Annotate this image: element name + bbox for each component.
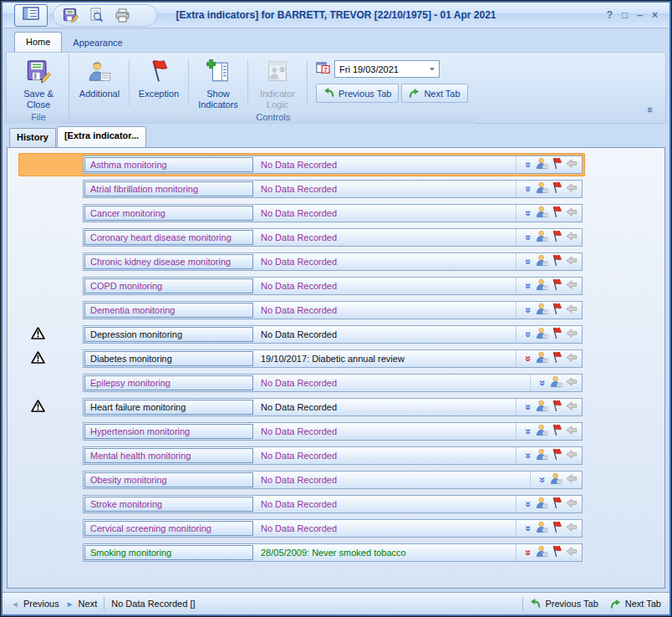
flag-icon[interactable] — [551, 545, 563, 561]
indicator-label[interactable]: Cancer monitoring — [84, 206, 253, 221]
indicator-row[interactable]: Cancer monitoring No Data Recorded » — [18, 201, 585, 225]
person-details-icon[interactable] — [536, 206, 548, 222]
indicator-row-box[interactable]: Cancer monitoring No Data Recorded » — [83, 204, 583, 222]
next-button[interactable]: ► Next — [66, 599, 98, 609]
indicator-label[interactable]: Stroke monitoring — [84, 497, 253, 512]
tab-extra-indicator[interactable]: [Extra indicator... — [57, 126, 146, 147]
person-details-icon[interactable] — [536, 521, 548, 537]
person-details-icon[interactable] — [536, 157, 548, 173]
indicator-row-box[interactable]: Diabetes monitoring 19/10/2017: Diabetic… — [83, 349, 583, 368]
person-details-icon[interactable] — [536, 230, 548, 246]
indicator-label[interactable]: Depression monitoring — [84, 327, 253, 342]
indicator-row[interactable]: Atrial fibrillation monitoring No Data R… — [18, 177, 585, 201]
flag-icon[interactable] — [551, 521, 563, 537]
additional-button[interactable]: Additional — [72, 55, 127, 110]
indicator-row-box[interactable]: Hypertension monitoring No Data Recorded… — [83, 422, 583, 441]
flag-icon[interactable] — [551, 497, 563, 512]
person-details-icon[interactable] — [536, 327, 548, 343]
person-details-icon[interactable] — [536, 400, 548, 416]
expand-chevron-icon[interactable]: » — [523, 305, 533, 316]
indicator-row[interactable]: Mental health monitoring No Data Recorde… — [18, 444, 585, 467]
indicator-label[interactable]: Hypertension monitoring — [84, 424, 253, 439]
expand-chevron-icon[interactable]: » — [523, 548, 533, 558]
indicator-row[interactable]: Cervical screening monitoring No Data Re… — [18, 517, 585, 540]
expand-chevron-icon[interactable]: » — [523, 160, 533, 171]
indicator-row-box[interactable]: Dementia monitoring No Data Recorded » — [83, 301, 583, 319]
indicator-row-box[interactable]: Obesity monitoring No Data Recorded » — [83, 471, 583, 489]
person-details-icon[interactable] — [536, 181, 548, 197]
indicator-row[interactable]: Obesity monitoring No Data Recorded » — [18, 468, 585, 492]
application-menu-button[interactable] — [14, 4, 48, 27]
indicator-label[interactable]: Heart failure monitoring — [84, 400, 253, 415]
indicator-row-box[interactable]: COPD monitoring No Data Recorded » — [83, 277, 583, 295]
expand-chevron-icon[interactable]: » — [523, 232, 533, 243]
expand-chevron-icon[interactable]: » — [523, 281, 533, 292]
flag-icon[interactable] — [551, 254, 563, 270]
indicator-row-box[interactable]: Heart failure monitoring No Data Recorde… — [83, 398, 583, 416]
indicator-row[interactable]: Diabetes monitoring 19/10/2017: Diabetic… — [18, 347, 585, 370]
tab-history[interactable]: History — [9, 128, 56, 147]
expand-chevron-icon[interactable]: » — [523, 523, 533, 534]
indicator-label[interactable]: Dementia monitoring — [84, 303, 253, 318]
person-details-icon[interactable] — [536, 278, 548, 294]
expand-chevron-icon[interactable]: » — [523, 354, 533, 365]
indicator-label[interactable]: Cervical screening monitoring — [84, 521, 253, 536]
statusbar-next-tab-button[interactable]: Next Tab — [610, 599, 661, 609]
indicator-label[interactable]: Mental health monitoring — [84, 448, 253, 463]
indicator-label[interactable]: Coronary heart disease monitoring — [84, 230, 253, 245]
person-details-icon[interactable] — [536, 545, 548, 561]
indicator-row-box[interactable]: Atrial fibrillation monitoring No Data R… — [83, 180, 583, 198]
previous-tab-button[interactable]: Previous Tab — [316, 84, 399, 103]
flag-icon[interactable] — [551, 448, 563, 464]
indicator-row[interactable]: Depression monitoring No Data Recorded » — [18, 323, 585, 346]
print-icon[interactable] — [113, 7, 131, 24]
expand-chevron-icon[interactable]: » — [523, 426, 533, 437]
indicator-label[interactable]: Atrial fibrillation monitoring — [84, 181, 253, 196]
indicator-label[interactable]: Smoking monitoring — [84, 545, 253, 560]
ribbon-tab-home[interactable]: Home — [14, 32, 62, 52]
indicator-label[interactable]: Asthma monitoring — [84, 157, 253, 172]
exception-button[interactable]: Exception — [131, 55, 186, 110]
indicator-row-box[interactable]: Cervical screening monitoring No Data Re… — [83, 519, 583, 538]
flag-icon[interactable] — [551, 327, 563, 343]
help-button[interactable]: ? — [607, 9, 613, 21]
flag-icon[interactable] — [551, 181, 563, 197]
save-close-button[interactable]: Save & Close — [11, 55, 66, 110]
indicator-row[interactable]: Epilepsy monitoring No Data Recorded » — [18, 371, 585, 395]
expand-chevron-icon[interactable]: » — [523, 257, 533, 268]
date-picker[interactable]: Fri 19/03/2021 — [334, 60, 440, 78]
indicator-row-box[interactable]: Smoking monitoring 28/05/2009: Never smo… — [83, 543, 583, 562]
flag-icon[interactable] — [551, 157, 563, 173]
indicator-row[interactable]: COPD monitoring No Data Recorded » — [18, 274, 585, 298]
expand-chevron-icon[interactable]: » — [523, 499, 533, 510]
next-tab-button[interactable]: Next Tab — [401, 84, 467, 103]
person-details-icon[interactable] — [536, 424, 548, 440]
minimize-button[interactable]: – — [637, 9, 643, 21]
save-icon[interactable] — [61, 7, 79, 24]
expand-chevron-icon[interactable]: » — [523, 329, 533, 340]
flag-icon[interactable] — [551, 278, 563, 294]
flag-icon[interactable] — [551, 400, 563, 416]
indicator-row[interactable]: Asthma monitoring No Data Recorded » — [18, 153, 585, 176]
expand-chevron-icon[interactable]: » — [537, 475, 547, 486]
indicator-row-box[interactable]: Chronic kidney disease monitoring No Dat… — [83, 252, 583, 271]
indicator-label[interactable]: Epilepsy monitoring — [84, 375, 253, 390]
indicator-label[interactable]: Diabetes monitoring — [84, 351, 253, 366]
indicator-row[interactable]: Chronic kidney disease monitoring No Dat… — [18, 250, 585, 273]
expand-chevron-icon[interactable]: » — [523, 208, 533, 219]
person-details-icon[interactable] — [536, 497, 548, 512]
statusbar-previous-tab-button[interactable]: Previous Tab — [530, 598, 598, 610]
indicator-row[interactable]: Smoking monitoring 28/05/2009: Never smo… — [18, 541, 585, 564]
show-indicators-button[interactable]: Show Indicators — [191, 55, 246, 110]
person-details-icon[interactable] — [536, 351, 548, 367]
flag-icon[interactable] — [551, 424, 563, 440]
restore-button[interactable]: □ — [622, 9, 628, 21]
person-details-icon[interactable] — [536, 448, 548, 464]
ribbon-tab-appearance[interactable]: Appearance — [62, 33, 133, 52]
expand-chevron-icon[interactable]: » — [537, 378, 547, 389]
expand-chevron-icon[interactable]: » — [523, 451, 533, 461]
indicator-label[interactable]: COPD monitoring — [84, 278, 253, 293]
expand-chevron-icon[interactable]: » — [523, 402, 533, 413]
person-details-icon[interactable] — [550, 375, 563, 391]
flag-icon[interactable] — [551, 230, 563, 246]
